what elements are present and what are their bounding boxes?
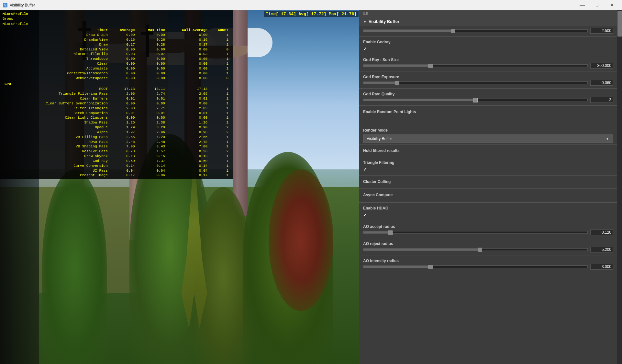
mp-row-drawgraph: Draw Graph 0.000.000.001 xyxy=(3,33,230,37)
mp-row-detailedview: Detailed View 0.000.000.000 xyxy=(3,47,230,52)
col-count: Count xyxy=(209,28,230,33)
enable-godray-checkmark: ✓ xyxy=(363,46,367,51)
vertical-scrollbar[interactable] xyxy=(617,10,622,364)
col-timer: Timer xyxy=(3,28,110,33)
god-ray-quality-thumb[interactable] xyxy=(473,98,478,102)
ao-intensity-radius-slider-row: 3.000 xyxy=(363,264,613,270)
render-mode-dropdown[interactable]: Visibility Buffer ▼ xyxy=(363,134,613,143)
god-ray-quality-track[interactable] xyxy=(363,99,588,101)
ao-intensity-radius-thumb[interactable] xyxy=(428,265,433,269)
hold-filtered-results-section: Hold filtered results xyxy=(359,145,617,157)
god-ray-exposure-track[interactable] xyxy=(363,81,588,84)
mp-row-vbshading: VB Shading Pass 7.008.437.001 xyxy=(3,144,230,149)
panel-title-text: Visibility Buffer xyxy=(369,19,399,24)
ao-intensity-radius-label: AO intensity radius xyxy=(363,257,613,264)
render-mode-dropdown-value: Visibility Buffer xyxy=(367,136,392,141)
hold-filtered-results-label: Hold filtered results xyxy=(363,146,613,154)
enable-hdao-section: Enable HDAO ✓ xyxy=(359,203,617,221)
god-ray-quality-label: God Ray: Quality xyxy=(363,90,613,97)
ao-intensity-radius-value[interactable]: 3.000 xyxy=(590,264,613,270)
mp-row-flip: MicroProfileFlip 0.030.070.031 xyxy=(3,52,230,57)
col-maxtime: Max Time xyxy=(137,28,167,33)
ao-reject-radius-section: AO reject radius 5.200 xyxy=(359,238,617,255)
top-slider-thumb[interactable] xyxy=(451,29,455,33)
mp-col-headers: Timer Average Max Time Call Average Coun… xyxy=(3,28,230,33)
god-ray-quality-value[interactable]: 3 xyxy=(590,97,613,103)
triangle-filtering-checkbox[interactable]: ✓ xyxy=(363,166,613,173)
scene-column-4 xyxy=(233,10,248,216)
enable-godray-checkbox-row[interactable]: ✓ xyxy=(363,45,613,53)
async-compute-label: Async Compute xyxy=(363,191,613,198)
right-panel: 0.5 —— ▼ Visibility Buffer 2.500 Enable … xyxy=(359,10,617,364)
god-ray-exposure-thumb[interactable] xyxy=(395,81,399,85)
triangle-filtering-checkmark: ✓ xyxy=(363,167,367,172)
ao-intensity-radius-section: AO intensity radius 3.000 xyxy=(359,255,617,272)
ao-accept-radius-thumb[interactable] xyxy=(388,230,393,235)
mp-table: Timer Average Max Time Call Average Coun… xyxy=(3,28,230,178)
ao-reject-radius-value[interactable]: 5.200 xyxy=(590,247,613,252)
ao-reject-radius-track[interactable] xyxy=(363,248,588,251)
mp-group-header-micro2: MicroProfile xyxy=(3,22,230,27)
god-ray-sun-size-fill xyxy=(363,65,431,67)
maximize-button[interactable]: □ xyxy=(590,0,605,10)
mp-row-clear-light: Clear Light Clusters 0.000.000.001 xyxy=(3,115,230,120)
god-ray-sun-size-label: God Ray : Sun Size xyxy=(363,56,613,63)
mp-row-draw: Draw 0.170.280.171 xyxy=(3,42,230,47)
ao-accept-radius-slider-row: 0.120 xyxy=(363,230,613,235)
cluster-culling-label: Cluster Culling xyxy=(363,177,613,185)
top-slider-row: 2.500 xyxy=(363,28,613,34)
enable-hdao-checkbox[interactable]: ✓ xyxy=(363,211,613,219)
god-ray-exposure-label: God Ray: Exposure xyxy=(363,73,613,80)
mp-row-contextsearch: ContextSwitchSearch 0.000.000.001 xyxy=(3,71,230,76)
top-slider-value-display: 0.5 —— xyxy=(363,12,376,16)
ao-accept-radius-label: AO accept radius xyxy=(363,222,613,230)
render-mode-section: Render Mode Visibility Buffer ▼ xyxy=(359,124,617,145)
god-ray-exposure-value[interactable]: 0.060 xyxy=(590,80,613,86)
god-ray-quality-section: God Ray: Quality 3 xyxy=(359,89,617,106)
ao-accept-radius-fill xyxy=(363,231,390,233)
mp-row-alpha: Alpha 1.972.960.982 xyxy=(3,130,230,135)
mp-group-header-group: Group xyxy=(3,16,230,21)
mp-row-root: ROOT 17.1318.1117.131 xyxy=(3,87,230,91)
top-slider-value[interactable]: 2.500 xyxy=(590,28,613,34)
scrollbar-thumb[interactable] xyxy=(617,11,622,37)
svg-text:V: V xyxy=(4,4,6,7)
mp-row-drawbarview: DrawBarView 0.160.260.161 xyxy=(3,37,230,42)
god-ray-sun-size-track[interactable] xyxy=(363,64,588,67)
scene-bright-foliage xyxy=(269,169,333,311)
ao-accept-radius-section: AO accept radius 0.120 xyxy=(359,221,617,238)
col-callavg: Call Average xyxy=(167,28,209,33)
enable-godray-section: Enable Godray ✓ xyxy=(359,37,617,54)
enable-random-point-lights-label: Enable Random Point Lights xyxy=(363,108,613,115)
ao-reject-radius-thumb[interactable] xyxy=(478,248,482,252)
ao-accept-radius-track[interactable] xyxy=(363,231,588,234)
scene-vegetation-1 xyxy=(42,169,107,364)
god-ray-quality-fill xyxy=(363,99,475,101)
triangle-filtering-section: Triangle Filtering ✓ xyxy=(359,157,617,176)
top-slider-track[interactable] xyxy=(363,29,588,32)
ao-intensity-radius-track[interactable] xyxy=(363,265,588,268)
god-ray-sun-size-thumb[interactable] xyxy=(428,64,433,68)
viewport-timing: Time[ 17.64] Avg[ 17.72] Max[ 21.76] xyxy=(264,11,359,17)
mp-row-accumulate: Accumulate 0.000.000.001 xyxy=(3,66,230,71)
render-mode-dropdown-arrow: ▼ xyxy=(605,136,609,141)
god-ray-exposure-section: God Ray: Exposure 0.060 xyxy=(359,71,617,89)
mp-row-clear: Clear 0.000.000.001 xyxy=(3,61,230,66)
close-button[interactable]: ✕ xyxy=(605,0,619,10)
triangle-filtering-label: Triangle Filtering xyxy=(363,158,613,166)
god-ray-exposure-slider-row: 0.060 xyxy=(363,80,613,86)
ao-accept-radius-value[interactable]: 0.120 xyxy=(590,230,613,235)
app-icon: V xyxy=(3,3,8,8)
mp-row-webserver: WebServerUpdate 0.000.000.000 xyxy=(3,76,230,81)
panel-title-visibility-buffer[interactable]: ▼ Visibility Buffer xyxy=(359,17,617,26)
minimize-button[interactable]: — xyxy=(575,0,590,10)
enable-hdao-checkmark: ✓ xyxy=(363,212,367,218)
top-slider-section: 2.500 xyxy=(359,26,617,37)
god-ray-sun-size-value[interactable]: 300.000 xyxy=(590,63,613,69)
render-mode-label: Render Mode xyxy=(363,126,613,133)
enable-hdao-label: Enable HDAO xyxy=(363,204,613,211)
mp-gpu-header: GPU xyxy=(3,80,230,87)
mp-row-tri-filter: Triangle Filtering Pass 2.062.742.061 xyxy=(3,91,230,96)
mp-row-vbfilling: VB Filling Pass 2.654.202.651 xyxy=(3,135,230,140)
god-ray-sun-size-slider-row: 300.000 xyxy=(363,63,613,69)
